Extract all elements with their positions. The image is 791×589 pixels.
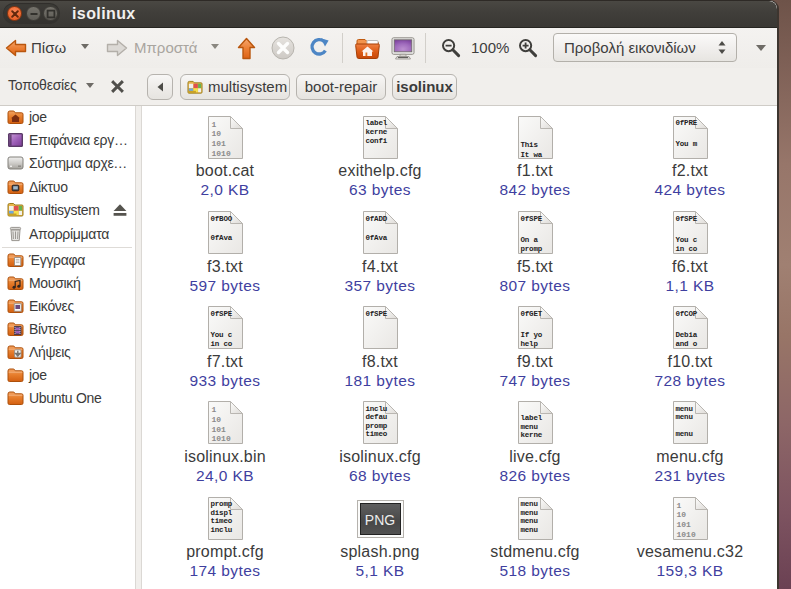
svg-text:PNG: PNG xyxy=(364,511,394,527)
